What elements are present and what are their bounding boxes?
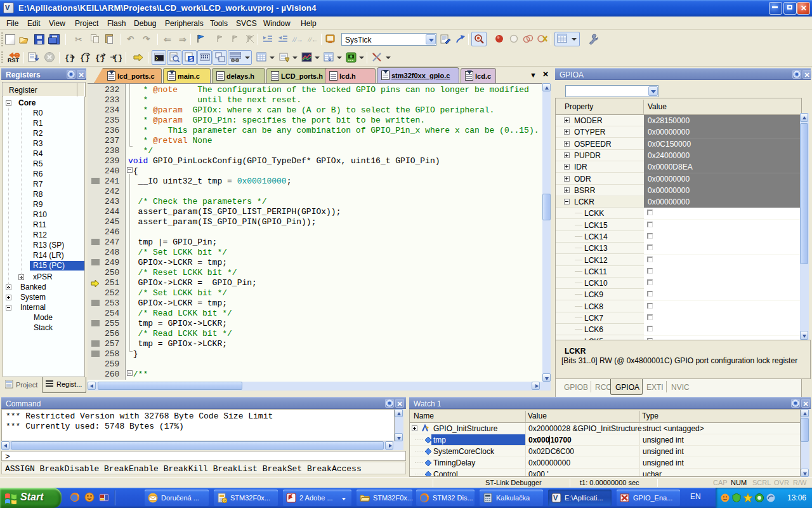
svg-text:S: S [189,56,193,62]
svg-text:{}: {} [80,53,90,63]
svg-text://→: //→ [292,36,303,43]
svg-text://←: //← [308,36,318,43]
svg-text:V: V [553,494,558,502]
